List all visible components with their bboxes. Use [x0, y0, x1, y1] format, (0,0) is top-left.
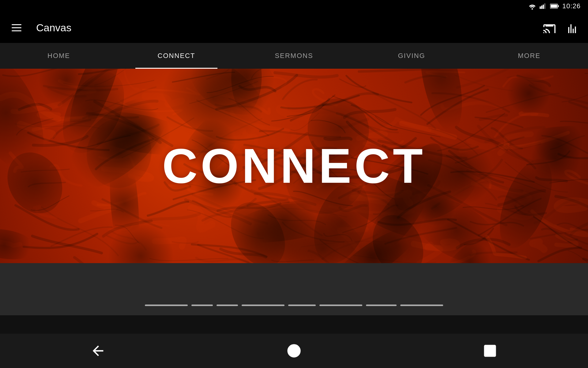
hero-title: CONNECT [162, 138, 426, 194]
nav-bar [0, 334, 588, 368]
cast-icon[interactable] [543, 22, 556, 33]
status-icons: 10:26 [528, 2, 581, 10]
svg-rect-6 [558, 5, 559, 7]
svg-rect-9 [485, 346, 496, 356]
tab-bar: HOME CONNECT SERMONS GIVING MORE [0, 43, 588, 69]
menu-line-3 [12, 30, 21, 31]
menu-button[interactable] [9, 22, 24, 34]
app-title: Canvas [36, 22, 530, 34]
wifi-icon [528, 3, 537, 10]
recent-apps-button[interactable] [477, 338, 503, 364]
tab-connect[interactable]: CONNECT [118, 43, 235, 69]
bottom-section [0, 263, 588, 315]
scroll-dot-7 [366, 305, 397, 306]
scroll-indicators [145, 305, 443, 306]
scroll-dot-1 [145, 305, 188, 306]
svg-point-8 [288, 345, 300, 357]
tab-giving[interactable]: GIVING [353, 43, 470, 69]
scroll-dot-4 [242, 305, 285, 306]
tab-sermons[interactable]: SERMONS [235, 43, 353, 69]
scroll-dot-2 [191, 305, 213, 306]
scroll-dot-8 [400, 305, 443, 306]
scroll-dot-3 [217, 305, 238, 306]
svg-rect-4 [544, 3, 545, 9]
scroll-dot-5 [288, 305, 316, 306]
app-bar-actions [543, 22, 579, 33]
status-bar: 10:26 [0, 0, 588, 12]
signal-icon [540, 3, 547, 10]
menu-line-2 [12, 27, 21, 28]
battery-icon [550, 3, 559, 9]
menu-line-1 [12, 24, 21, 25]
tab-more[interactable]: MORE [470, 43, 588, 69]
svg-rect-7 [551, 5, 557, 8]
scroll-dot-6 [319, 305, 362, 306]
chart-icon[interactable] [565, 22, 579, 33]
tab-home[interactable]: HOME [0, 43, 118, 69]
hero-banner: CONNECT [0, 69, 588, 263]
svg-rect-1 [540, 6, 541, 9]
app-bar: Canvas [0, 12, 588, 43]
svg-rect-3 [543, 5, 544, 9]
home-button[interactable] [281, 338, 307, 364]
status-time: 10:26 [562, 2, 581, 10]
back-button[interactable] [85, 338, 111, 364]
svg-rect-2 [541, 6, 542, 9]
svg-point-0 [532, 8, 533, 10]
